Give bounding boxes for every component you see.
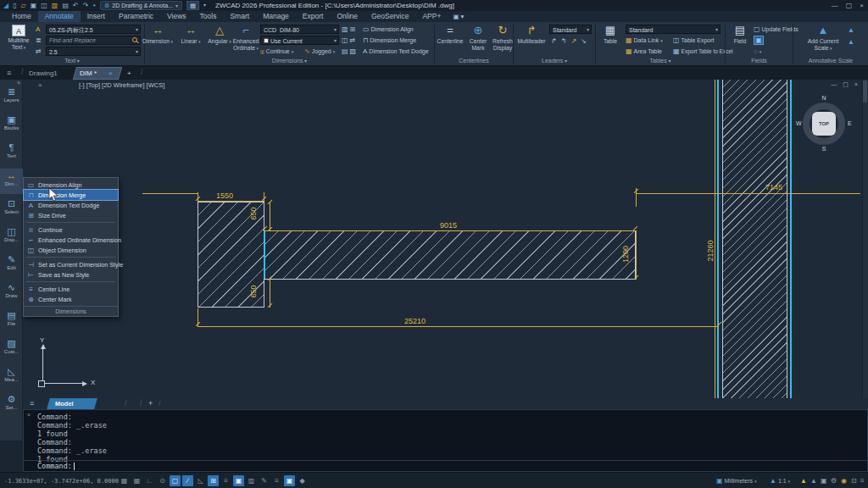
object-snap-tracking-toggle[interactable]: ⊞ bbox=[208, 475, 219, 486]
tab-insert[interactable]: Insert bbox=[81, 11, 112, 22]
sidebar-item-draw[interactable]: ∿Draw bbox=[0, 280, 23, 306]
drawing-preview-button[interactable]: ▦ bbox=[186, 1, 199, 10]
doc-restore-icon[interactable]: ▢ bbox=[843, 81, 849, 88]
sidebar-item-dim[interactable]: ↔Dim... bbox=[0, 169, 23, 194]
dim-line-25210[interactable] bbox=[198, 326, 719, 327]
new-tab-button[interactable]: + bbox=[127, 68, 131, 79]
menu-item-dimension-text-dodge[interactable]: ADimension Text Dodge bbox=[24, 200, 118, 210]
sidebar-item-layers[interactable]: ≣Layers bbox=[0, 85, 23, 110]
compass-west[interactable]: W bbox=[796, 120, 802, 126]
area-table-button[interactable]: ▦Area Table bbox=[626, 47, 662, 56]
ribbon-options-icon[interactable]: ▣ ▾ bbox=[453, 13, 464, 20]
dimension-align-button[interactable]: ▭Dimension Align bbox=[363, 25, 414, 34]
menu-item-continue[interactable]: |||Continue bbox=[24, 225, 118, 235]
dim-line-650-top[interactable] bbox=[270, 202, 270, 230]
multileader-button[interactable]: ↱ Multileader bbox=[515, 24, 548, 45]
tab-export[interactable]: Export bbox=[296, 11, 331, 22]
dim-layer-dropdown[interactable]: Use Current bbox=[260, 36, 339, 45]
junction-line[interactable] bbox=[264, 231, 265, 279]
drawing-canvas[interactable]: × [-] [Top] [2D Wireframe] [WCS] — ▢ × bbox=[23, 80, 868, 398]
viewport-controls[interactable]: [-] [Top] [2D Wireframe] [WCS] bbox=[79, 81, 164, 89]
polar-toggle[interactable]: ⊙ bbox=[157, 475, 168, 486]
dim-line-1200[interactable] bbox=[636, 230, 637, 280]
tab-tools[interactable]: Tools bbox=[193, 11, 224, 22]
selection-cycling-toggle[interactable]: ≡ bbox=[271, 475, 282, 486]
dim-text-7145[interactable]: 7145 bbox=[765, 183, 782, 191]
add-current-scale-button[interactable]: ▲ Add Current Scale bbox=[804, 24, 843, 52]
hatched-beam[interactable] bbox=[264, 230, 636, 280]
maximize-button[interactable]: ▢ bbox=[846, 0, 853, 11]
menu-item-object-dimension[interactable]: ◫Object Dimension bbox=[24, 245, 118, 255]
command-input[interactable]: Command: bbox=[24, 460, 867, 471]
tab-views[interactable]: Views bbox=[160, 11, 193, 22]
leader-style-dropdown[interactable]: Standard bbox=[549, 25, 592, 34]
refresh-display-button[interactable]: ↻ Refresh Display bbox=[492, 24, 513, 51]
text-panel-label[interactable]: Text bbox=[0, 57, 144, 65]
command-close-icon[interactable]: × bbox=[27, 412, 31, 418]
layout-menu-icon[interactable]: ≡ bbox=[30, 398, 34, 409]
dim-tool-icon-1[interactable]: ▥⊞ bbox=[342, 25, 355, 34]
close-button[interactable]: × bbox=[860, 0, 864, 11]
annotation-visibility-icon[interactable]: ▲ bbox=[800, 475, 807, 486]
compass-south[interactable]: S bbox=[795, 146, 853, 152]
dim-style-dropdown[interactable]: CCD_DIM-80 bbox=[260, 25, 339, 34]
tab-manage[interactable]: Manage bbox=[256, 11, 296, 22]
command-window[interactable]: × Command: Command: _.erase 1 found Comm… bbox=[23, 409, 868, 472]
new-file-icon[interactable]: ▯ bbox=[13, 0, 16, 11]
sidebar-item-text[interactable]: ¶Text bbox=[0, 141, 23, 166]
dynamic-input-toggle[interactable]: ▣ bbox=[233, 475, 244, 486]
status-settings-gear-icon[interactable]: ⚙ bbox=[831, 475, 837, 486]
quick-properties-toggle[interactable]: ✎ bbox=[259, 475, 270, 486]
tab-dim-close-icon[interactable]: × bbox=[108, 68, 113, 79]
status-menu-icon[interactable]: ≡ bbox=[860, 475, 865, 486]
centerline-button[interactable]: = Centerline bbox=[437, 24, 464, 45]
file-tabs-menu-icon[interactable]: ≡ bbox=[7, 68, 11, 79]
sidebar-item-edit[interactable]: ✎Edit bbox=[0, 252, 23, 278]
dim-line-1550[interactable] bbox=[198, 201, 264, 202]
menu-item-save-new-style[interactable]: ⊢Save as New Style bbox=[24, 269, 118, 280]
grid-toggle[interactable]: ▦ bbox=[119, 475, 130, 486]
tab-dim[interactable]: DIM * bbox=[80, 68, 97, 79]
menu-item-dimension-merge[interactable]: ⊓Dimension Merge bbox=[24, 190, 118, 200]
dim-text-1550[interactable]: 1550 bbox=[216, 191, 233, 200]
table-button[interactable]: ▦ Table bbox=[598, 24, 623, 45]
field-display-toggle[interactable]: ▣ bbox=[754, 36, 764, 45]
dim-text-21260[interactable]: 21260 bbox=[706, 236, 715, 265]
dimension-button[interactable]: ↔ Dimension bbox=[141, 24, 175, 46]
search-icon[interactable] bbox=[132, 37, 137, 42]
dim-text-1200[interactable]: 1200 bbox=[621, 243, 630, 265]
sidebar-item-select[interactable]: ⊡Select bbox=[0, 197, 23, 222]
menu-item-dimension-align[interactable]: ▭Dimension Align bbox=[24, 180, 118, 190]
snap-toggle[interactable]: ▦ bbox=[131, 475, 142, 486]
tables-panel-label[interactable]: Tables bbox=[596, 57, 725, 65]
field-background-button[interactable]: ◌▾ bbox=[754, 47, 761, 56]
sidebar-item-file[interactable]: ▤File bbox=[0, 308, 23, 334]
workspace-switch-icon[interactable]: ▣ bbox=[821, 475, 827, 486]
compass-north[interactable]: N bbox=[795, 95, 853, 101]
table-style-dropdown[interactable]: Standard bbox=[626, 25, 721, 34]
dimension-merge-button[interactable]: ⊓Dimension Merge bbox=[363, 36, 416, 45]
panel-close-icon[interactable]: × bbox=[38, 81, 42, 89]
field-button[interactable]: ▤ Field bbox=[728, 24, 752, 45]
compass-east[interactable]: E bbox=[848, 120, 852, 126]
menu-item-enhanced-ordinate[interactable]: ⌐Enhanced Ordinate Dimension bbox=[24, 235, 118, 245]
compass-top-face[interactable]: TOP bbox=[812, 112, 836, 136]
linear-button[interactable]: ↔ Linear bbox=[176, 24, 205, 46]
export-excel-button[interactable]: ▦Export Table to Excel bbox=[673, 47, 733, 56]
isolate-objects-icon[interactable]: ◉ bbox=[841, 475, 847, 486]
sidebar-item-custom[interactable]: ▨Cust... bbox=[0, 336, 23, 362]
menu-item-set-current-style[interactable]: ⊣Set as Current Dimension Style bbox=[24, 259, 118, 269]
esnap-toggle[interactable]: ▢ bbox=[170, 475, 181, 486]
lineweight-toggle[interactable]: ≡ bbox=[220, 475, 231, 486]
transparency-toggle[interactable]: ▥ bbox=[246, 475, 257, 486]
dimensions-panel-label[interactable]: Dimensions bbox=[145, 57, 434, 65]
model-tab[interactable]: Model bbox=[55, 398, 74, 409]
new-layout-button[interactable]: + bbox=[148, 398, 153, 409]
dim-text-650-top[interactable]: 650 bbox=[249, 205, 258, 222]
minimize-button[interactable]: — bbox=[832, 0, 838, 11]
sidebar-item-settings[interactable]: ⚙Set... bbox=[0, 392, 23, 418]
workspace-3d-toggle[interactable]: ▣ bbox=[284, 475, 295, 486]
annotative-autoscale-icon[interactable]: ▲ bbox=[848, 37, 854, 47]
menu-item-center-line[interactable]: ≡Center Line bbox=[24, 284, 118, 294]
hatched-column[interactable] bbox=[722, 80, 787, 398]
